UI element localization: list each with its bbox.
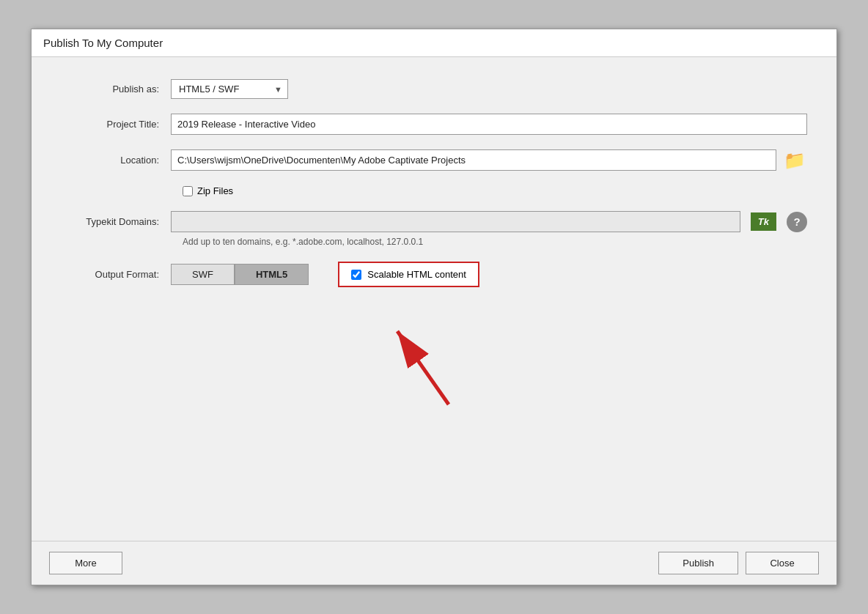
dialog-titlebar: Publish To My Computer: [32, 29, 836, 57]
project-title-control: [171, 114, 807, 135]
location-input[interactable]: [171, 149, 776, 171]
folder-icon: 📁: [784, 152, 806, 169]
red-arrow-annotation: [375, 317, 493, 412]
publish-button[interactable]: Publish: [658, 552, 738, 574]
dialog-title: Publish To My Computer: [43, 37, 163, 49]
location-label: Location:: [61, 155, 171, 166]
publish-dialog: Publish To My Computer Publish as: HTML5…: [31, 29, 837, 585]
svg-line-1: [397, 331, 449, 404]
project-title-row: Project Title:: [61, 114, 807, 135]
publish-as-select[interactable]: HTML5 / SWF HTML5 SWF: [171, 79, 288, 99]
more-button[interactable]: More: [49, 552, 122, 574]
output-swf-button[interactable]: SWF: [171, 264, 235, 285]
typekit-hint: Add up to ten domains, e.g. *.adobe.com,…: [183, 237, 807, 247]
publish-as-label: Publish as:: [61, 84, 171, 95]
typekit-button[interactable]: Tk: [751, 212, 776, 231]
zip-files-checkbox[interactable]: [183, 186, 193, 196]
scalable-html-label[interactable]: Scalable HTML content: [367, 269, 466, 280]
publish-as-control: HTML5 / SWF HTML5 SWF ▼: [171, 79, 807, 99]
publish-as-select-wrapper: HTML5 / SWF HTML5 SWF ▼: [171, 79, 288, 99]
browse-folder-button[interactable]: 📁: [782, 150, 807, 171]
project-title-label: Project Title:: [61, 119, 171, 130]
scalable-html-checkbox[interactable]: [351, 270, 361, 280]
typekit-domains-row: Typekit Domains: Tk ?: [61, 211, 807, 232]
dialog-content: Publish as: HTML5 / SWF HTML5 SWF ▼ Proj…: [32, 57, 836, 541]
typekit-help-button[interactable]: ?: [787, 212, 807, 232]
output-format-label: Output Format:: [61, 269, 171, 280]
output-format-row: Output Format: SWF HTML5 Scalable HTML c…: [61, 262, 807, 287]
typekit-domains-input[interactable]: [171, 211, 740, 232]
typekit-domains-label: Typekit Domains:: [61, 216, 171, 227]
close-button[interactable]: Close: [746, 552, 819, 574]
location-row: Location: 📁: [61, 149, 807, 171]
zip-files-row: Zip Files: [183, 185, 807, 196]
scalable-html-area[interactable]: Scalable HTML content: [338, 262, 479, 287]
project-title-input[interactable]: [171, 114, 807, 135]
location-control: 📁: [171, 149, 807, 171]
footer-left: More: [49, 552, 122, 574]
dialog-footer: More Publish Close: [32, 541, 836, 585]
output-format-buttons: SWF HTML5: [171, 264, 309, 285]
publish-as-row: Publish as: HTML5 / SWF HTML5 SWF ▼: [61, 79, 807, 99]
footer-right: Publish Close: [658, 552, 819, 574]
zip-files-label[interactable]: Zip Files: [197, 185, 233, 196]
typekit-domains-control: Tk ?: [171, 211, 807, 232]
output-html5-button[interactable]: HTML5: [235, 264, 309, 285]
arrow-annotation-area: [61, 302, 807, 526]
